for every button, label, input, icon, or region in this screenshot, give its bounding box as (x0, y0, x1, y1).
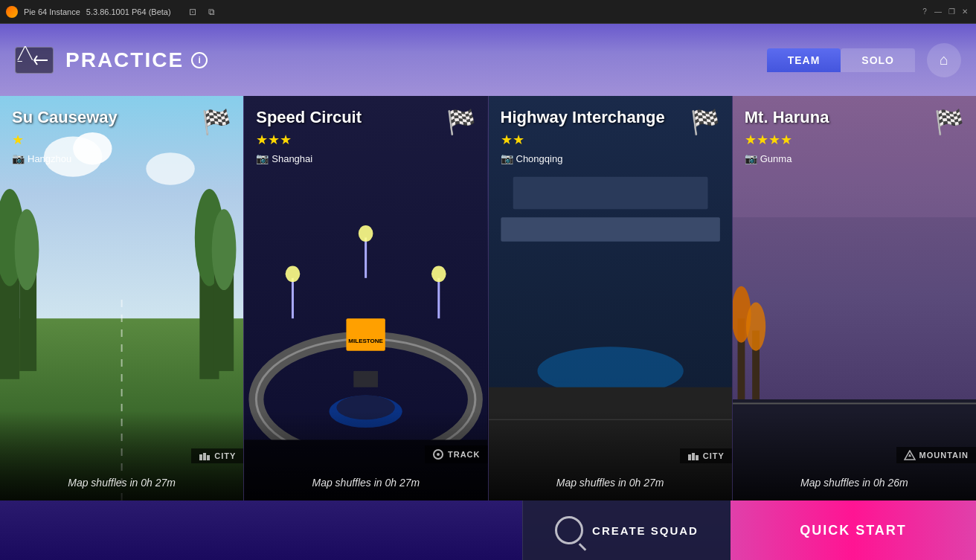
app-version: 5.3.86.1001 P64 (Beta) (86, 7, 171, 16)
page-title: PRACTICE (65, 48, 184, 72)
app-icon (6, 6, 18, 18)
map-card-mt-haruna[interactable]: Mt. Haruna ★★★★ 📷 Gunma 🏁 MOUNTAIN Map s… (733, 96, 976, 501)
card-title: Speed Circuit (256, 108, 475, 127)
action-bar: CREATE SQUAD QUICK START (0, 501, 976, 560)
restore-button[interactable]: ❐ (946, 7, 957, 17)
title-bar: Pie 64 Instance 5.3.86.1001 P64 (Beta) ⊡… (0, 0, 976, 24)
card-location: 📷 Hangzhou (12, 152, 231, 164)
flag-icon: 🏁 (202, 108, 231, 136)
flag-icon: 🏁 (690, 108, 720, 136)
home-icon: ⌂ (940, 51, 948, 68)
shuffle-text: Map shuffles in 0h 27m (489, 477, 732, 489)
card-title: Su Causeway (12, 108, 231, 127)
map-card-highway-interchange[interactable]: Highway Interchange ★★ 📷 Chongqing 🏁 CIT… (489, 96, 733, 501)
category-badge: CITY (680, 448, 732, 463)
mode-tabs: TEAM SOLO (767, 48, 915, 72)
svg-rect-42 (688, 454, 691, 460)
svg-rect-43 (692, 453, 695, 460)
back-arrow-icon: ╱╲‾ (18, 46, 33, 74)
svg-rect-18 (207, 455, 210, 460)
flag-icon: 🏁 (934, 108, 964, 136)
svg-point-25 (431, 265, 446, 282)
card-location: 📷 Gunma (745, 152, 964, 164)
info-button[interactable]: i (191, 52, 208, 68)
window-controls: ? — ❐ ✕ (919, 7, 970, 17)
close-button[interactable]: ✕ (960, 7, 970, 17)
svg-rect-28 (354, 371, 379, 387)
svg-rect-37 (513, 177, 707, 210)
svg-point-35 (437, 453, 440, 456)
back-button[interactable]: ╱╲‾ (15, 47, 54, 74)
minimize-button[interactable]: — (933, 7, 943, 17)
category-badge: CITY (191, 448, 243, 463)
svg-rect-44 (696, 455, 699, 460)
card-stars: ★★★ (256, 132, 475, 148)
app-name: Pie 64 Instance (24, 7, 80, 16)
card-title: Mt. Haruna (745, 108, 964, 127)
game-header: ╱╲‾ PRACTICE i TEAM SOLO ⌂ (0, 24, 976, 96)
back-icon (33, 54, 51, 66)
track-icon (432, 448, 444, 460)
card-stars: ★★ (501, 132, 720, 148)
quick-start-button[interactable]: QUICK START (731, 501, 976, 560)
create-squad-label: CREATE SQUAD (592, 524, 699, 537)
svg-marker-58 (908, 454, 911, 457)
card-stars: ★ (12, 132, 231, 148)
svg-rect-16 (199, 454, 202, 460)
card-title: Highway Interchange (501, 108, 720, 127)
camera-icon: 📷 (745, 152, 757, 164)
camera-icon: 📷 (256, 152, 269, 164)
category-badge: TRACK (425, 445, 488, 463)
tab-solo[interactable]: SOLO (841, 48, 915, 72)
mountain-icon (904, 450, 916, 460)
camera-icon: 📷 (12, 152, 25, 164)
search-icon (555, 516, 583, 544)
map-card-su-causeway[interactable]: Su Causeway ★ 📷 Hangzhou 🏁 CITY Map shuf… (0, 96, 244, 501)
svg-rect-32 (347, 318, 385, 351)
city-icon (199, 451, 211, 460)
svg-text:MILESTONE: MILESTONE (349, 338, 384, 344)
city-icon (687, 451, 699, 460)
card-stars: ★★★★ (745, 132, 964, 148)
home-button[interactable]: ⌂ (927, 43, 961, 77)
grid-window-icon[interactable]: ⧉ (208, 7, 215, 17)
card-location: 📷 Chongqing (501, 152, 720, 164)
card-location: 📷 Shanghai (256, 152, 475, 164)
flag-icon: 🏁 (446, 108, 476, 136)
title-bar-extras: ⊡ ⧉ (183, 7, 215, 17)
shuffle-text: Map shuffles in 0h 27m (0, 477, 243, 489)
shuffle-text: Map shuffles in 0h 26m (733, 477, 976, 489)
help-button[interactable]: ? (919, 7, 930, 17)
map-cards-area: Su Causeway ★ 📷 Hangzhou 🏁 CITY Map shuf… (0, 96, 976, 501)
category-badge: MOUNTAIN (896, 447, 976, 463)
create-squad-button[interactable]: CREATE SQUAD (522, 501, 731, 560)
quick-start-label: QUICK START (800, 523, 907, 538)
svg-point-53 (746, 302, 765, 350)
svg-point-12 (212, 209, 237, 290)
map-card-speed-circuit[interactable]: MILESTONE Speed Circuit ★★★ 📷 Shanghai 🏁… (244, 96, 488, 501)
home-window-icon[interactable]: ⊡ (189, 7, 196, 17)
svg-rect-17 (203, 453, 206, 460)
svg-point-23 (359, 225, 373, 242)
svg-point-21 (286, 265, 301, 282)
shuffle-text: Map shuffles in 0h 27m (244, 477, 487, 489)
svg-rect-38 (501, 217, 720, 242)
camera-icon: 📷 (501, 152, 513, 164)
tab-team[interactable]: TEAM (767, 48, 841, 72)
svg-point-8 (15, 209, 39, 290)
